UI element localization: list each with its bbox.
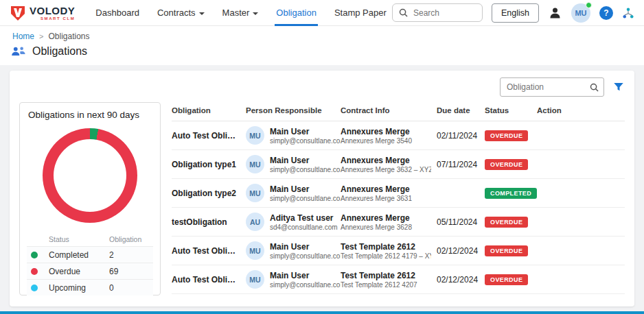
contract-cell: Annexures MergeAnnexures Merge 3632 – XY…	[341, 156, 437, 173]
status-cell: OVERDUE	[485, 217, 537, 228]
person-name: Main User	[270, 156, 341, 166]
brand-tagline: SMART CLM	[30, 16, 75, 21]
nav-item-obligation[interactable]: Obligation	[276, 0, 317, 26]
obligation-name: Auto Test Obligat…	[172, 246, 246, 256]
due-date: 02/11/2024	[437, 131, 485, 141]
person-name: Main User	[270, 184, 341, 195]
content-area: Obligations in next 90 days Status Oblig…	[0, 65, 644, 312]
contract-title: Test Template 2612	[341, 242, 431, 252]
chevron-down-icon	[253, 12, 258, 15]
person-cell: AUAditya Test usersd4@consultlane.com	[246, 213, 341, 231]
breadcrumb-separator: >	[39, 32, 43, 40]
person-name: Aditya Test user	[270, 213, 338, 224]
user-avatar[interactable]: MU	[571, 3, 590, 23]
person-avatar: MU	[246, 126, 264, 145]
status-badge: OVERDUE	[485, 274, 528, 285]
table-row[interactable]: Auto Test Obligat…MUMain Usersimply@cons…	[172, 121, 625, 150]
legend-header-obligation: Obligation	[109, 235, 149, 243]
person-avatar: MU	[246, 184, 264, 202]
nav-item-label: Stamp Paper	[334, 8, 387, 18]
breadcrumb: Home > Obligations	[0, 26, 644, 43]
contract-title: Annexures Merge	[341, 156, 431, 166]
due-date: 05/11/2024	[437, 217, 485, 227]
nav-item-stamp-paper[interactable]: Stamp Paper	[334, 0, 387, 26]
legend-label: Upcoming	[49, 283, 109, 293]
chevron-down-icon	[199, 12, 205, 15]
person-name: Main User	[270, 127, 341, 137]
contract-cell: Test Template 2612Test Template 2612 417…	[341, 242, 437, 260]
obligations-group-icon	[11, 45, 26, 58]
contract-cell: Test Template 2612Test Template 2612 420…	[341, 271, 437, 289]
breadcrumb-home[interactable]: Home	[12, 32, 34, 41]
search-input[interactable]	[412, 8, 476, 19]
due-date: 02/12/2024	[437, 246, 485, 256]
global-search[interactable]	[392, 3, 483, 22]
person-text: Main Usersimply@consultlane.com	[270, 127, 341, 145]
summary-panel: Obligations in next 90 days Status Oblig…	[19, 102, 161, 295]
status-badge: OVERDUE	[485, 245, 528, 256]
person-email: simply@consultlane.com	[270, 166, 341, 173]
column-header-obligation: Obligation	[172, 106, 246, 114]
contract-subtitle: Annexures Merge 3632 – XYZ pvt…	[341, 166, 431, 173]
legend-header: Status Obligation	[27, 232, 153, 246]
column-header-action: Action	[537, 106, 625, 114]
profile-icon[interactable]	[548, 5, 562, 20]
obligation-filter-input[interactable]	[505, 82, 582, 93]
contract-title: Test Template 2612	[341, 271, 431, 281]
nav-item-master[interactable]: Master	[222, 0, 259, 26]
person-text: Main Usersimply@consultlane.com	[270, 242, 341, 260]
breadcrumb-current: Obligations	[48, 32, 89, 41]
person-email: simply@consultlane.com	[270, 252, 341, 260]
person-cell: MUMain Usersimply@consultlane.com	[246, 270, 341, 289]
contract-subtitle: Test Template 2612 4207	[341, 281, 431, 289]
status-badge: OVERDUE	[485, 159, 528, 170]
nav-item-contracts[interactable]: Contracts	[157, 0, 205, 26]
person-email: simply@consultlane.com	[270, 137, 341, 145]
person-email: sd4@consultlane.com	[270, 224, 338, 231]
nav-item-label: Obligation	[276, 8, 317, 18]
legend-dot-overdue	[31, 268, 38, 275]
legend-dot-upcoming	[31, 285, 38, 291]
contract-title: Annexures Merge	[341, 213, 431, 224]
help-icon[interactable]: ?	[599, 6, 613, 20]
table-row[interactable]: Obligation type1MUMain Usersimply@consul…	[172, 150, 625, 179]
filter-funnel-icon[interactable]	[612, 81, 625, 93]
contract-subtitle: Annexures Merge 3628	[341, 224, 431, 231]
column-header-person: Person Responsible	[246, 106, 341, 114]
obligation-name: Obligation type1	[172, 160, 246, 169]
table-toolbar	[19, 77, 625, 97]
person-email: simply@consultlane.com	[270, 195, 341, 202]
person-avatar: MU	[246, 241, 264, 260]
obligations-table: Obligation Person Responsible Contract I…	[172, 102, 625, 295]
column-header-contract: Contract Info	[341, 106, 437, 114]
legend-label: Completed	[49, 250, 109, 260]
table-row[interactable]: testObligationAUAditya Test usersd4@cons…	[172, 208, 625, 237]
legend-dot-completed	[31, 252, 38, 258]
obligation-filter-search[interactable]	[500, 77, 604, 97]
person-avatar: MU	[246, 155, 264, 173]
top-navbar: VOLODY SMART CLM DashboardContractsMaste…	[0, 0, 644, 26]
obligation-name: testObligation	[172, 217, 246, 227]
avatar-initials: MU	[575, 9, 586, 17]
help-glyph: ?	[603, 8, 608, 18]
person-text: Aditya Test usersd4@consultlane.com	[270, 213, 338, 231]
person-name: Main User	[270, 242, 341, 252]
contract-title: Annexures Merge	[341, 184, 431, 195]
table-row[interactable]: Auto Test Obligat…MUMain Usersimply@cons…	[172, 237, 625, 265]
person-text: Main Usersimply@consultlane.com	[270, 271, 341, 289]
donut-legend: Status Obligation Completed2Overdue69Upc…	[27, 232, 153, 295]
contract-title: Annexures Merge	[341, 127, 431, 137]
language-selector[interactable]: English	[492, 3, 539, 23]
org-chart-icon[interactable]	[622, 7, 634, 19]
nav-item-dashboard[interactable]: Dashboard	[95, 0, 139, 26]
due-date: 07/11/2024	[437, 160, 485, 169]
obligations-card: Obligations in next 90 days Status Oblig…	[10, 71, 634, 306]
legend-label: Overdue	[49, 267, 109, 276]
volody-logo-icon	[10, 5, 26, 21]
table-row[interactable]: Auto Test Obligat…MUMain Usersimply@cons…	[172, 265, 625, 294]
legend-row-overdue: Overdue69	[27, 263, 153, 279]
bottom-accent-bar	[0, 311, 644, 314]
volody-logo[interactable]: VOLODY SMART CLM	[10, 5, 75, 21]
search-icon	[590, 83, 599, 92]
table-row[interactable]: Obligation type2MUMain Usersimply@consul…	[172, 179, 625, 208]
